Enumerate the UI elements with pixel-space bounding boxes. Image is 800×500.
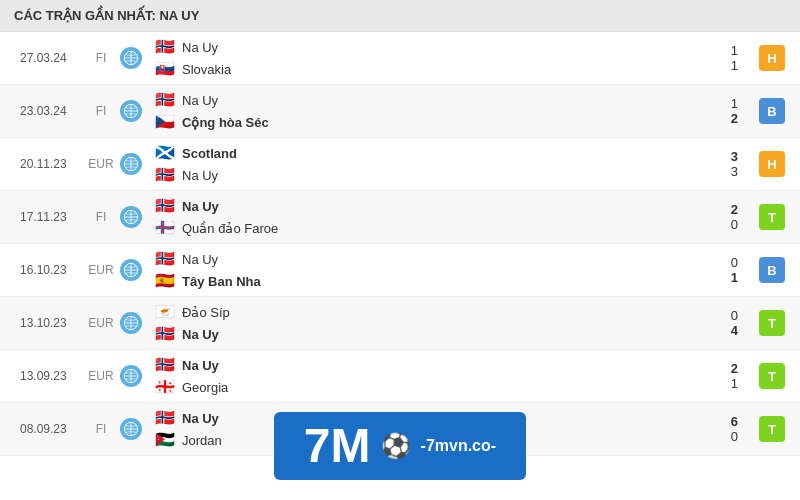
match-date: 16.10.23 — [10, 263, 82, 277]
team-row: 🇳🇴Na Uy — [150, 89, 714, 111]
section-header: CÁC TRẬN GẦN NHẤT: NA UY — [0, 0, 800, 32]
match-date: 23.03.24 — [10, 104, 82, 118]
main-container: CÁC TRẬN GẦN NHẤT: NA UY 27.03.24FI🇳🇴Na … — [0, 0, 800, 500]
team-name: Scotland — [182, 146, 714, 161]
team-name: Quần đảo Faroe — [182, 221, 714, 236]
team-flag: 🇳🇴 — [154, 93, 176, 108]
match-badge: T — [754, 310, 800, 336]
match-row: 13.10.23EUR🇨🇾Đảo Síp🇳🇴Na Uy04T — [0, 297, 800, 350]
team-score: 1 — [716, 270, 746, 285]
result-badge: T — [759, 204, 785, 230]
team-flag: 🇳🇴 — [154, 168, 176, 183]
match-date: 13.09.23 — [10, 369, 82, 383]
match-type: FI — [82, 422, 120, 436]
teams-section: 🇳🇴Na Uy🇬🇪Georgia — [150, 354, 714, 398]
team-row: 🇳🇴Na Uy — [150, 407, 714, 429]
match-row: 27.03.24FI🇳🇴Na Uy🇸🇰Slovakia11H — [0, 32, 800, 85]
team-name: Na Uy — [182, 93, 714, 108]
match-type: FI — [82, 51, 120, 65]
matches-list: 27.03.24FI🇳🇴Na Uy🇸🇰Slovakia11H23.03.24FI… — [0, 32, 800, 456]
match-row: 23.03.24FI🇳🇴Na Uy🇨🇿Cộng hòa Séc12B — [0, 85, 800, 138]
team-score: 2 — [716, 361, 746, 376]
team-score: 1 — [716, 43, 746, 58]
teams-section: 🇨🇾Đảo Síp🇳🇴Na Uy — [150, 301, 714, 345]
team-row: 🇯🇴Jordan — [150, 429, 714, 451]
team-row: 🇨🇾Đảo Síp — [150, 301, 714, 323]
team-flag: 🇯🇴 — [154, 433, 176, 448]
team-score: 3 — [716, 164, 746, 179]
scores-section: 20 — [714, 202, 754, 232]
result-badge: B — [759, 257, 785, 283]
team-score: 0 — [716, 255, 746, 270]
team-score: 0 — [716, 308, 746, 323]
teams-section: 🇳🇴Na Uy🇪🇸Tây Ban Nha — [150, 248, 714, 292]
competition-icon — [120, 153, 142, 175]
scores-section: 12 — [714, 96, 754, 126]
match-badge: B — [754, 98, 800, 124]
team-score: 2 — [716, 111, 746, 126]
match-type: EUR — [82, 369, 120, 383]
team-row: 🇳🇴Na Uy — [150, 36, 714, 58]
match-date: 17.11.23 — [10, 210, 82, 224]
scores-section: 60 — [714, 414, 754, 444]
team-score: 2 — [716, 202, 746, 217]
competition-icon — [120, 206, 142, 228]
result-badge: H — [759, 45, 785, 71]
scores-section: 11 — [714, 43, 754, 73]
team-name: Na Uy — [182, 358, 714, 373]
teams-section: 🏴󠁧󠁢󠁳󠁣󠁴󠁿Scotland🇳🇴Na Uy — [150, 142, 714, 186]
team-row: 🇪🇸Tây Ban Nha — [150, 270, 714, 292]
match-type: FI — [82, 210, 120, 224]
team-score: 3 — [716, 149, 746, 164]
team-flag: 🇳🇴 — [154, 252, 176, 267]
team-name: Tây Ban Nha — [182, 274, 714, 289]
match-badge: T — [754, 204, 800, 230]
match-left-info: 13.10.23EUR — [0, 312, 150, 334]
team-row: 🇳🇴Na Uy — [150, 248, 714, 270]
result-badge: H — [759, 151, 785, 177]
team-name: Georgia — [182, 380, 714, 395]
match-badge: T — [754, 416, 800, 442]
team-flag: 🏴󠁧󠁢󠁳󠁣󠁴󠁿 — [154, 146, 176, 161]
match-left-info: 20.11.23EUR — [0, 153, 150, 175]
match-row: 20.11.23EUR🏴󠁧󠁢󠁳󠁣󠁴󠁿Scotland🇳🇴Na Uy33H — [0, 138, 800, 191]
team-flag: 🇸🇰 — [154, 62, 176, 77]
competition-icon — [120, 47, 142, 69]
team-name: Na Uy — [182, 168, 714, 183]
team-flag: 🇳🇴 — [154, 40, 176, 55]
team-row: 🇨🇿Cộng hòa Séc — [150, 111, 714, 133]
match-row: 08.09.23FI🇳🇴Na Uy🇯🇴Jordan60T — [0, 403, 800, 456]
match-badge: H — [754, 45, 800, 71]
team-name: Đảo Síp — [182, 305, 714, 320]
team-score: 0 — [716, 429, 746, 444]
team-score: 1 — [716, 58, 746, 73]
competition-icon — [120, 100, 142, 122]
team-score: 1 — [716, 96, 746, 111]
teams-section: 🇳🇴Na Uy🇯🇴Jordan — [150, 407, 714, 451]
teams-section: 🇳🇴Na Uy🇫🇴Quần đảo Faroe — [150, 195, 714, 239]
match-badge: H — [754, 151, 800, 177]
team-row: 🇬🇪Georgia — [150, 376, 714, 398]
team-flag: 🇳🇴 — [154, 199, 176, 214]
match-date: 27.03.24 — [10, 51, 82, 65]
scores-section: 21 — [714, 361, 754, 391]
team-name: Slovakia — [182, 62, 714, 77]
match-type: FI — [82, 104, 120, 118]
teams-section: 🇳🇴Na Uy🇨🇿Cộng hòa Séc — [150, 89, 714, 133]
team-name: Na Uy — [182, 40, 714, 55]
team-flag: 🇨🇿 — [154, 115, 176, 130]
match-row: 13.09.23EUR🇳🇴Na Uy🇬🇪Georgia21T — [0, 350, 800, 403]
team-score: 4 — [716, 323, 746, 338]
team-row: 🇳🇴Na Uy — [150, 354, 714, 376]
team-flag: 🇨🇾 — [154, 305, 176, 320]
result-badge: T — [759, 363, 785, 389]
team-name: Jordan — [182, 433, 714, 448]
match-type: EUR — [82, 263, 120, 277]
teams-section: 🇳🇴Na Uy🇸🇰Slovakia — [150, 36, 714, 80]
match-badge: B — [754, 257, 800, 283]
team-flag: 🇳🇴 — [154, 327, 176, 342]
result-badge: T — [759, 310, 785, 336]
team-name: Cộng hòa Séc — [182, 115, 714, 130]
competition-icon — [120, 312, 142, 334]
match-date: 08.09.23 — [10, 422, 82, 436]
